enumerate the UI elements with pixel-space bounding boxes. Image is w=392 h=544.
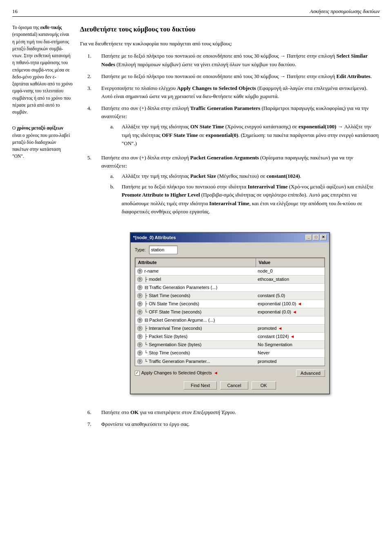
- page-container: 16 Ασκήσεις προσομοίωσης δικτύων Το όρισ…: [0, 0, 392, 544]
- col-header-value: Value: [256, 258, 325, 267]
- content-area: Το όρισμα της εκθε-τικής (exponential) κ…: [12, 24, 380, 432]
- minimize-button[interactable]: _: [305, 235, 312, 240]
- attr-cell: ? ├ Packet Size (bytes): [136, 333, 256, 341]
- advanced-button[interactable]: Advanced: [296, 369, 325, 377]
- alpha-item-5b: Πατήστε με το δεξιό πλήκτρο του ποντικιο…: [122, 183, 380, 216]
- value-cell: constant (1024) ◄: [256, 333, 325, 341]
- list-item: Πατήστε με το δεξιό πλήκτρο του ποντικιο…: [110, 183, 380, 216]
- main-content: Διευθετήστε τους κόμβους του δικτύου Για…: [80, 24, 380, 432]
- table-row: ? ├ Start Time (seconds) constant (5.0): [136, 292, 325, 300]
- value-cell: Never: [256, 349, 325, 357]
- alpha-item-4a: Αλλάξτε την τιμή της ιδιότητας ON State …: [122, 123, 380, 147]
- arrow-indicator: ◄: [290, 334, 294, 339]
- cancel-label: Cancel: [227, 383, 241, 388]
- list-item: Πατήστε στο OK για να επιστρέψετε στον Ε…: [87, 408, 380, 416]
- maximize-button[interactable]: □: [313, 235, 319, 240]
- attr-cell: ? └ Segmentation Size (bytes): [136, 341, 256, 349]
- row-icon: ?: [137, 301, 143, 307]
- checkbox-text: Apply Changes to Selected Objects: [141, 369, 212, 376]
- list-item: Αλλάξτε την τιμή της ιδιότητας ON State …: [110, 123, 380, 147]
- list-item: Πατήστε με το δεξιό πλήκτρο του ποντικιο…: [87, 52, 380, 68]
- table-row: ? ├ ON State Time (seconds) exponential …: [136, 300, 325, 308]
- arrow-indicator: ◄: [297, 301, 302, 306]
- close-button[interactable]: ✕: [320, 235, 327, 240]
- table-row: ? ⊟ Traffic Generation Parameters (...): [136, 284, 325, 292]
- arrow-after-checkbox: ◄: [214, 369, 218, 376]
- sidebar-text-1: Το όρισμα της εκθε-τικής (exponential) κ…: [12, 24, 73, 116]
- intro-text: Για να διευθετήσετε την κυκλοφορία που π…: [80, 40, 380, 48]
- dialog-titlebar: *(node_0) Attributes _ □ ✕: [131, 233, 329, 242]
- value-cell: exponential (100.0) ◄: [256, 300, 325, 308]
- ok-button[interactable]: OK: [252, 381, 276, 390]
- value-cell: No Segmentation: [256, 341, 325, 349]
- row-icon: ?: [137, 309, 143, 315]
- table-row: ? ├ Interarrival Time (seconds) promoted…: [136, 325, 325, 333]
- attr-cell: ? r-name: [136, 267, 256, 275]
- alpha-list-5: Αλλάξτε την τιμή της ιδιότητας Packet Si…: [110, 172, 380, 216]
- find-next-button[interactable]: Find Next: [184, 381, 217, 390]
- list-item: Πατήστε στο συν (+) δίπλα στην επιλογή T…: [87, 104, 380, 150]
- value-cell: constant (5.0): [256, 292, 325, 300]
- row-icon: ?: [137, 342, 143, 347]
- table-row: ? ├ Packet Size (bytes) constant (1024) …: [136, 333, 325, 341]
- list-item-content-6: Πατήστε στο OK για να επιστρέψετε στον Ε…: [101, 408, 380, 416]
- attr-cell: ? └ Traffic Generation Parameter...: [136, 357, 256, 365]
- dialog-title: *(node_0) Attributes: [133, 234, 176, 241]
- sidebar-text-2: Ο χρόνος μεταξύ αφίξεων είναι ο χρόνος π…: [12, 125, 73, 160]
- attr-cell: ? ⊟ Packet Generation Argume... (...): [136, 316, 256, 325]
- attr-cell: ? ├ model: [136, 275, 256, 284]
- type-row: Type: station: [135, 246, 325, 254]
- page-header: 16 Ασκήσεις προσομοίωσης δικτύων: [12, 8, 380, 17]
- alpha-list-4: Αλλάξτε την τιμή της ιδιότητας ON State …: [110, 123, 380, 147]
- main-list: Πατήστε με το δεξιό πλήκτρο του ποντικιο…: [87, 52, 380, 218]
- list-item: Πατήστε με το δεξιό πλήκτρο του ποντικιο…: [87, 72, 380, 81]
- row-icon: ?: [137, 359, 143, 364]
- sidebar: Το όρισμα της εκθε-τικής (exponential) κ…: [12, 24, 73, 432]
- list-item-content-7: Φροντίστε να αποθηκεύσετε το έργο σας.: [101, 420, 380, 428]
- sidebar-block-2: Ο χρόνος μεταξύ αφίξεων είναι ο χρόνος π…: [12, 125, 73, 160]
- table-row: ? └ OFF State Time (seconds) exponential…: [136, 308, 325, 316]
- row-icon: ?: [137, 334, 143, 339]
- attr-cell: ? ├ Interarrival Time (seconds): [136, 325, 256, 333]
- page-title: Ασκήσεις προσομοίωσης δικτύων: [310, 8, 380, 15]
- table-row: ? └ Stop Time (seconds) Never: [136, 349, 325, 357]
- value-cell: exponential (0.0) ◄: [256, 308, 325, 316]
- steps-after-list: Πατήστε στο OK για να επιστρέψετε στον Ε…: [87, 408, 380, 428]
- sidebar-bold-1: εκθε-τικής: [40, 25, 62, 30]
- apply-changes-label[interactable]: ✓ Apply Changes to Selected Objects ◄: [135, 369, 218, 376]
- attr-cell: ? ├ Start Time (seconds): [136, 292, 256, 300]
- row-icon: ?: [137, 326, 143, 331]
- arrow-indicator: ◄: [292, 309, 297, 314]
- list-item-content-4: Πατήστε στο συν (+) δίπλα στην επιλογή T…: [101, 104, 380, 150]
- attr-table: Attribute Value ? r-name: [135, 258, 325, 366]
- list-item: Ενεργοποιήστε το πλαίσιο ελέγχου Apply C…: [87, 84, 380, 101]
- apply-changes-checkbox[interactable]: ✓: [135, 371, 140, 376]
- table-row: ? r-name node_0: [136, 267, 325, 275]
- type-value: station: [149, 246, 178, 254]
- alpha-item-5a: Αλλάξτε την τιμή της ιδιότητας Packet Si…: [122, 172, 380, 180]
- row-icon: ?: [137, 285, 143, 290]
- table-row: ? ├ model ethcoax_station: [136, 275, 325, 284]
- table-header-row: Attribute Value: [136, 258, 325, 267]
- dialog-checkbox-row: ✓ Apply Changes to Selected Objects ◄ Ad…: [135, 369, 325, 377]
- find-next-label: Find Next: [191, 383, 210, 388]
- value-cell: node_0: [256, 267, 325, 275]
- list-item: Αλλάξτε την τιμή της ιδιότητας Packet Si…: [110, 172, 380, 180]
- list-item-content-1: Πατήστε με το δεξιό πλήκτρο του ποντικιο…: [101, 52, 380, 68]
- value-cell: [256, 316, 325, 325]
- row-icon: ?: [137, 318, 143, 323]
- arrow-indicator: ◄: [278, 326, 283, 331]
- row-icon: ?: [137, 350, 143, 356]
- row-icon: ?: [137, 293, 143, 298]
- attr-cell: ? └ Stop Time (seconds): [136, 349, 256, 357]
- dialog-button-row: Find Next Cancel OK: [135, 380, 325, 390]
- page-number: 16: [12, 8, 18, 15]
- section-heading: Διευθετήστε τους κόμβους του δικτύου: [80, 24, 380, 35]
- table-row: ? └ Segmentation Size (bytes) No Segment…: [136, 341, 325, 349]
- cancel-button[interactable]: Cancel: [220, 381, 248, 390]
- ok-label: OK: [261, 383, 267, 388]
- attr-cell: ? ├ ON State Time (seconds): [136, 300, 256, 308]
- attr-cell: ? └ OFF State Time (seconds): [136, 308, 256, 316]
- list-item-content-3: Ενεργοποιήστε το πλαίσιο ελέγχου Apply C…: [101, 84, 380, 101]
- sidebar-bold-2: χρόνος μεταξύ αφίξεων: [17, 125, 63, 130]
